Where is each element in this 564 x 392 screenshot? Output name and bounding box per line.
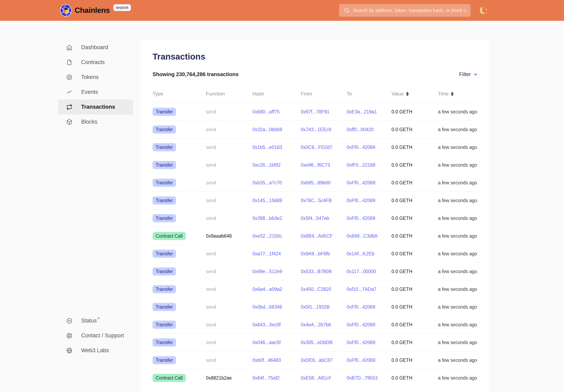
tx-hash-cell: 0x398...bb3e2	[252, 216, 301, 221]
tx-from-cell: 0xb95...89b00	[301, 180, 347, 186]
tx-to-link[interactable]: 0xFf0...42069	[347, 340, 375, 345]
transaction-row: Transfer send 0x398...bb3e2 0x5f4...547e…	[152, 210, 478, 227]
sidebar-item-dashboard[interactable]: Dashboard	[58, 40, 133, 55]
search-input[interactable]	[350, 4, 471, 17]
tx-hash-link[interactable]: 0x680...aff75	[252, 109, 280, 114]
tx-to-link[interactable]: 0x1Af...fc2Eb	[347, 251, 375, 256]
transaction-row: Transfer send 0x49e...512e9 0x533...B7B0…	[152, 263, 478, 280]
brand-home-link[interactable]: Chainlens testnet	[60, 4, 131, 17]
tx-from-link[interactable]: 0x450...C2620	[301, 287, 331, 292]
tx-value: 0.0 GETH	[391, 233, 438, 239]
tx-to-link[interactable]: 0xFf0...42069	[347, 322, 375, 327]
tx-to-link[interactable]: 0xFf0...42069	[347, 216, 375, 221]
tx-time: a few seconds ago	[438, 287, 478, 292]
tx-to-link[interactable]: 0xFf0...42069	[347, 198, 375, 203]
tx-value: 0.0 GETH	[391, 109, 438, 115]
tx-from-link[interactable]: 0x5f1...1932B	[301, 304, 330, 310]
table-header-row: Type Function Hash From To Value Time	[152, 86, 478, 103]
tx-to-link[interactable]: 0x849...C3d8A	[347, 233, 378, 239]
tx-hash-link[interactable]: 0x64f...75af2	[252, 375, 280, 380]
sidebar-item-label: Dashboard	[81, 44, 108, 51]
filter-button[interactable]: Filter	[459, 71, 478, 78]
tx-to-link[interactable]: 0xFf0...42069	[347, 304, 375, 310]
filter-button-label: Filter	[459, 71, 471, 78]
tx-from-link[interactable]: 0x305...eDbDB	[301, 340, 332, 345]
tx-to-link[interactable]: 0xFf0...42069	[347, 180, 375, 185]
tx-from-cell: 0x0C6...FD2d7	[301, 145, 347, 150]
column-header-time-sort[interactable]: Time	[438, 91, 478, 97]
transaction-row: Transfer send 0x1b5...e0163 0x0C6...FD2d…	[152, 139, 478, 156]
tx-from-link[interactable]: 0x97f...78F91	[301, 109, 330, 114]
sidebar-item-label: Events	[81, 89, 98, 95]
tx-from-cell: 0x97f...78F91	[301, 109, 347, 115]
tx-hash-cell: 0x843...3ec0f	[252, 322, 301, 328]
tx-from-link[interactable]: 0x5f4...547eb	[301, 216, 329, 221]
activity-line-icon	[66, 89, 72, 95]
sidebar-item-transactions[interactable]: Transactions	[58, 99, 133, 114]
tx-hash-link[interactable]: 0xe52...2150c	[252, 233, 282, 239]
sidebar-item-contact-support[interactable]: Contact / Support	[58, 328, 133, 343]
tx-type-badge: Contract Call	[152, 232, 186, 240]
tx-from-link[interactable]: 0x76C...5c4FB	[301, 198, 332, 203]
tx-to-cell: 0xFf0...42069	[347, 198, 391, 203]
tx-hash-link[interactable]: 0xb35...a7c70	[252, 180, 282, 185]
status-online-dot	[97, 317, 100, 319]
tx-hash-link[interactable]: 0x0bd...66346	[252, 304, 282, 310]
tx-from-link[interactable]: 0x9A9...bF6fb	[301, 251, 330, 256]
tx-from-link[interactable]: 0x6B4...Ad5CF	[301, 233, 332, 239]
tx-hash-link[interactable]: 0x398...bb3e2	[252, 216, 282, 221]
tx-from-cell: 0x743...1EEc9	[301, 127, 347, 132]
tx-from-link[interactable]: 0xb95...89b00	[301, 180, 330, 185]
sidebar-item-tokens[interactable]: Tokens	[58, 70, 133, 85]
sidebar-item-status[interactable]: Status	[58, 313, 133, 328]
tx-type-badge: Transfer	[152, 179, 176, 187]
tx-type-cell: Contract Call	[152, 232, 206, 240]
tx-to-link[interactable]: 0xB7D...79553	[347, 375, 378, 380]
tx-to-cell: 0xff0...00420	[347, 127, 391, 132]
tx-to-link[interactable]: 0xf10...7ADa7	[347, 287, 376, 292]
tx-type-cell: Transfer	[152, 108, 206, 116]
sidebar-item-contracts[interactable]: Contracts	[58, 55, 133, 70]
sidebar-item-blocks[interactable]: Blocks	[58, 114, 133, 129]
tx-hash-link[interactable]: 0x1b5...e0163	[252, 145, 282, 150]
tx-to-link[interactable]: 0xfF0...22169	[347, 162, 375, 168]
tx-from-link[interactable]: 0x743...1EEc9	[301, 127, 331, 132]
tx-hash-link[interactable]: 0xc28...1bf92	[252, 162, 281, 168]
tx-from-link[interactable]: 0xe96...f6C73	[301, 162, 330, 168]
column-header-value-sort[interactable]: Value	[391, 91, 438, 97]
column-header-value-label: Value	[391, 91, 404, 97]
tx-time: a few seconds ago	[438, 145, 478, 150]
transaction-row: Transfer send 0xb0f...46483 0xDE6...abC8…	[152, 351, 478, 369]
sidebar-item-label: Transactions	[81, 104, 115, 110]
tx-from-link[interactable]: 0x0C6...FD2d7	[301, 145, 332, 150]
transactions-card: Transactions Showing 230,764,286 transac…	[140, 40, 489, 392]
tx-to-link[interactable]: 0xE3a...219a1	[347, 109, 377, 114]
tx-from-link[interactable]: 0xDE6...abC87	[301, 358, 332, 363]
repeat-icon	[66, 104, 72, 110]
tx-hash-link[interactable]: 0x046...aac5f	[252, 340, 281, 345]
tx-to-link[interactable]: 0xff0...00420	[347, 127, 374, 132]
sort-arrows-icon	[406, 92, 409, 96]
tx-hash-link[interactable]: 0x145...15689	[252, 198, 282, 203]
tx-function: send	[206, 322, 252, 328]
tx-type-cell: Transfer	[152, 267, 206, 276]
tx-from-link[interactable]: 0x4eA...2b7b6	[301, 322, 331, 327]
tx-hash-link[interactable]: 0x843...3ec0f	[252, 322, 281, 327]
sidebar-item-web3-labs[interactable]: Web3 Labs	[58, 343, 133, 358]
tx-value: 0.0 GETH	[391, 180, 438, 186]
tx-from-link[interactable]: 0x533...B7B09	[301, 269, 331, 274]
tx-hash-link[interactable]: 0xb0f...46483	[252, 358, 281, 363]
sidebar-item-events[interactable]: Events	[58, 85, 133, 99]
tx-to-link[interactable]: 0xFf0...42069	[347, 145, 375, 150]
tx-hash-link[interactable]: 0xa77...1f424	[252, 251, 281, 256]
tx-hash-link[interactable]: 0x32a...0bb69	[252, 127, 282, 132]
tx-to-link[interactable]: 0xFf0...42069	[347, 358, 375, 363]
tx-value: 0.0 GETH	[391, 269, 438, 274]
tx-hash-link[interactable]: 0x49e...512e9	[252, 269, 282, 274]
dark-mode-moon-icon[interactable]	[479, 4, 489, 16]
tx-to-link[interactable]: 0x117...00000	[347, 269, 376, 274]
tx-from-cell: 0x305...eDbDB	[301, 340, 347, 345]
tx-from-link[interactable]: 0xE58...A81cF	[301, 375, 331, 380]
tx-hash-link[interactable]: 0x6a4...a09a2	[252, 287, 282, 292]
column-header-type: Type	[152, 91, 206, 97]
